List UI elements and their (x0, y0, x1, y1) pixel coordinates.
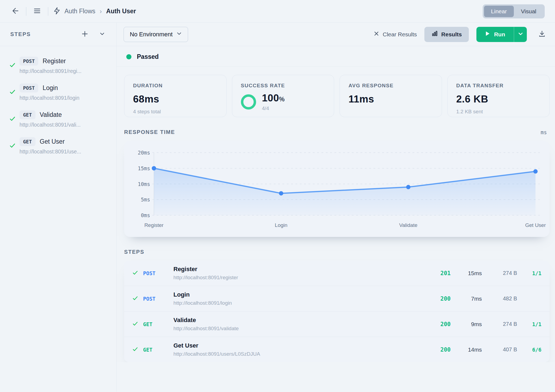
check-icon (132, 348, 138, 353)
table-row-login[interactable]: POST Login http://localhost:8091/login 2… (124, 286, 550, 311)
run-options-button[interactable] (514, 27, 527, 42)
row-url: http://localhost:8091/validate (173, 326, 421, 332)
x-axis-tick-label: Get User (525, 222, 546, 228)
response-time: 9ms (451, 321, 482, 327)
chart-unit-label: ms (541, 129, 547, 135)
status-code: 200 (421, 346, 451, 353)
step-name: Register (43, 57, 66, 65)
check-icon (9, 62, 16, 69)
environment-label: No Environment (130, 31, 173, 38)
chevron-down-icon (176, 31, 182, 38)
sidebar-step-get-user[interactable]: GET Get User http://localhost:8091/use..… (0, 133, 116, 159)
menu-button[interactable] (31, 5, 43, 17)
response-time: 15ms (451, 270, 482, 277)
table-row-register[interactable]: POST Register http://localhost:8091/regi… (124, 261, 550, 286)
metric-card-avg-response: AVG RESPONSE 11ms (340, 75, 442, 117)
y-axis-tick-label: 15ms (125, 165, 150, 172)
y-axis-tick-label: 0ms (125, 212, 150, 219)
toggle-visual[interactable]: Visual (514, 6, 543, 17)
status-code: 200 (421, 321, 451, 327)
metric-value: 68ms (133, 94, 218, 105)
y-axis-tick-label: 20ms (125, 149, 150, 156)
metric-card-data-transfer: DATA TRANSFER 2.6 KB 1.2 KB sent (447, 75, 550, 117)
results-label: Results (441, 31, 462, 38)
breadcrumb-parent[interactable]: Auth Flows (64, 8, 95, 15)
check-icon (132, 272, 138, 277)
run-toolbar: No Environment Clear Results Results (117, 23, 555, 46)
add-step-button[interactable] (79, 28, 91, 40)
response-size: 274 B (482, 321, 517, 327)
run-button[interactable]: Run (476, 27, 514, 42)
sidebar-step-list: POST Register http://localhost:8091/regi… (0, 46, 116, 159)
environment-select[interactable]: No Environment (124, 27, 188, 42)
status-code: 201 (421, 270, 451, 277)
steps-section-title: STEPS (124, 249, 144, 255)
check-icon (9, 142, 16, 150)
step-name: Login (43, 84, 58, 92)
row-name: Get User (173, 342, 421, 349)
table-row-get-user[interactable]: GET Get User http://localhost:8091/users… (124, 337, 550, 362)
metric-label: DATA TRANSFER (456, 83, 541, 89)
run-split-button: Run (476, 27, 527, 42)
assertions-count: 1/1 (517, 270, 541, 276)
row-name: Register (173, 266, 421, 273)
response-time-chart: 0ms5ms10ms15ms20ms RegisterLoginValidate… (124, 141, 550, 237)
step-url: http://localhost:8091/use... (20, 149, 81, 155)
table-row-validate[interactable]: GET Validate http://localhost:8091/valid… (124, 311, 550, 337)
clear-results-label: Clear Results (383, 31, 417, 38)
play-icon (485, 31, 490, 38)
assertions-count: 6/6 (517, 347, 541, 353)
sidebar-step-validate[interactable]: GET Validate http://localhost:8091/vali.… (0, 106, 116, 133)
results-button[interactable]: Results (424, 27, 469, 42)
clear-results-button[interactable]: Clear Results (373, 31, 417, 38)
x-axis-tick-label: Validate (399, 222, 417, 228)
method-label: POST (143, 270, 166, 276)
x-axis-tick-label: Login (275, 222, 288, 228)
check-icon (132, 323, 138, 327)
metric-sub: 1.2 KB sent (456, 109, 541, 115)
method-badge: POST (20, 83, 38, 92)
metric-label: SUCCESS RATE (241, 83, 325, 89)
chevron-down-icon (518, 31, 523, 38)
method-badge: GET (20, 137, 36, 146)
steps-results-table: POST Register http://localhost:8091/regi… (124, 261, 550, 362)
metric-card-success-rate: SUCCESS RATE 100% 4/4 (232, 75, 334, 117)
back-icon (11, 7, 19, 16)
row-name: Validate (173, 317, 421, 324)
check-icon (132, 297, 138, 302)
check-icon (9, 89, 16, 96)
app-header: Auth Flows › Auth User Linear Visual (0, 0, 555, 23)
close-icon (373, 31, 379, 38)
check-icon (9, 115, 16, 123)
step-name: Validate (40, 111, 62, 118)
results-panel: DURATION 68ms 4 steps total SUCCESS RATE… (117, 67, 555, 362)
status-code: 200 (421, 295, 451, 302)
response-size: 274 B (482, 270, 517, 276)
metric-value: 100 (262, 92, 279, 104)
zap-icon (53, 7, 61, 16)
metric-label: AVG RESPONSE (349, 83, 433, 89)
y-axis-tick-label: 10ms (125, 181, 150, 188)
collapse-steps-button[interactable] (96, 28, 108, 40)
method-badge: GET (20, 110, 36, 119)
hamburger-menu-icon (33, 7, 41, 16)
step-url: http://localhost:8091/regi... (20, 68, 82, 74)
plus-icon (81, 30, 88, 38)
sidebar-step-login[interactable]: POST Login http://localhost:8091/login (0, 79, 116, 106)
response-time-title: RESPONSE TIME (124, 129, 175, 135)
response-time: 7ms (451, 295, 482, 302)
back-button[interactable] (9, 5, 21, 17)
method-badge: POST (20, 57, 38, 66)
row-url: http://localhost:8091/users/L0SzDJUA (173, 351, 421, 357)
chart-canvas (124, 141, 550, 237)
metric-sub: 4/4 (262, 105, 285, 111)
sidebar-step-register[interactable]: POST Register http://localhost:8091/regi… (0, 52, 116, 79)
response-size: 407 B (482, 346, 517, 353)
download-icon (538, 30, 546, 39)
toggle-linear[interactable]: Linear (484, 6, 514, 17)
row-url: http://localhost:8091/register (173, 275, 421, 281)
export-button[interactable] (536, 28, 548, 40)
header-divider (26, 7, 26, 16)
sidebar-title: STEPS (10, 31, 31, 37)
response-time: 14ms (451, 346, 482, 353)
